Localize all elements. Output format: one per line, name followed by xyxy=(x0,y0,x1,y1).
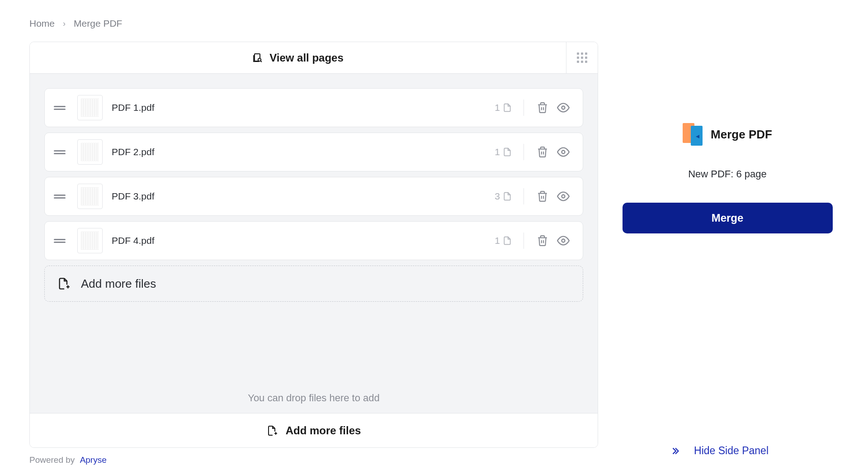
add-more-files-footer-label: Add more files xyxy=(286,424,361,437)
divider xyxy=(524,144,524,160)
delete-button[interactable] xyxy=(536,190,549,203)
page-count: 1 xyxy=(495,102,512,113)
file-row: PDF 1.pdf 1 xyxy=(44,88,583,127)
hide-side-panel-label: Hide Side Panel xyxy=(694,445,769,457)
powered-by: Powered by Apryse xyxy=(29,455,107,465)
delete-button[interactable] xyxy=(536,234,549,247)
powered-by-link[interactable]: Apryse xyxy=(80,455,107,465)
file-name: PDF 3.pdf xyxy=(112,191,495,202)
delete-button[interactable] xyxy=(536,101,549,114)
file-name: PDF 1.pdf xyxy=(112,102,495,113)
page-count: 1 xyxy=(495,147,512,157)
file-thumbnail xyxy=(77,184,103,209)
add-more-files-footer-button[interactable]: Add more files xyxy=(30,413,598,447)
divider xyxy=(524,233,524,249)
page-count: 3 xyxy=(495,191,512,202)
preview-button[interactable] xyxy=(557,190,570,203)
add-file-icon xyxy=(57,277,70,290)
files-panel: View all pages PDF 1.pdf xyxy=(29,42,598,448)
preview-button[interactable] xyxy=(557,145,570,159)
svg-line-2 xyxy=(261,61,262,62)
drag-handle-icon[interactable] xyxy=(54,150,66,154)
breadcrumb-current: Merge PDF xyxy=(74,18,122,29)
grid-view-button[interactable] xyxy=(566,42,598,73)
view-all-pages-button[interactable]: View all pages xyxy=(30,52,566,64)
preview-button[interactable] xyxy=(557,234,570,247)
chevrons-right-icon xyxy=(670,446,680,456)
file-row: PDF 3.pdf 3 xyxy=(44,177,583,216)
drag-handle-icon[interactable] xyxy=(54,239,66,243)
panel-header: View all pages xyxy=(30,42,598,74)
view-all-pages-label: View all pages xyxy=(269,52,344,64)
drag-handle-icon[interactable] xyxy=(54,106,66,110)
drop-hint: You can drop files here to add xyxy=(30,392,598,404)
page-count: 1 xyxy=(495,235,512,246)
side-panel-title: Merge PDF xyxy=(711,128,772,142)
grid-icon xyxy=(577,52,587,63)
breadcrumb: Home › Merge PDF xyxy=(29,18,839,29)
file-thumbnail xyxy=(77,228,103,253)
svg-point-4 xyxy=(562,151,565,154)
file-thumbnail xyxy=(77,95,103,120)
file-row: PDF 4.pdf 1 xyxy=(44,221,583,260)
file-row: PDF 2.pdf 1 xyxy=(44,133,583,171)
svg-point-5 xyxy=(562,195,565,198)
divider xyxy=(524,100,524,116)
powered-by-prefix: Powered by xyxy=(29,455,75,465)
side-panel: Merge PDF New PDF: 6 page Merge xyxy=(616,42,839,448)
file-name: PDF 2.pdf xyxy=(112,147,495,157)
page-summary: New PDF: 6 page xyxy=(616,168,839,180)
pages-search-icon xyxy=(252,52,263,63)
merge-pdf-icon xyxy=(683,123,703,146)
merge-button[interactable]: Merge xyxy=(623,203,833,233)
svg-point-1 xyxy=(258,58,261,61)
files-area: PDF 1.pdf 1 xyxy=(30,74,598,413)
divider xyxy=(524,188,524,204)
file-thumbnail xyxy=(77,139,103,165)
chevron-right-icon: › xyxy=(63,19,66,28)
add-more-files-dashed[interactable]: Add more files xyxy=(44,266,583,302)
drag-handle-icon[interactable] xyxy=(54,195,66,199)
hide-side-panel-button[interactable]: Hide Side Panel xyxy=(670,445,769,457)
file-name: PDF 4.pdf xyxy=(112,235,495,246)
breadcrumb-home[interactable]: Home xyxy=(29,18,55,29)
svg-point-6 xyxy=(562,239,565,242)
svg-point-3 xyxy=(562,106,565,109)
delete-button[interactable] xyxy=(536,145,549,159)
preview-button[interactable] xyxy=(557,101,570,114)
add-more-files-label: Add more files xyxy=(81,277,156,291)
add-file-icon xyxy=(267,425,278,436)
